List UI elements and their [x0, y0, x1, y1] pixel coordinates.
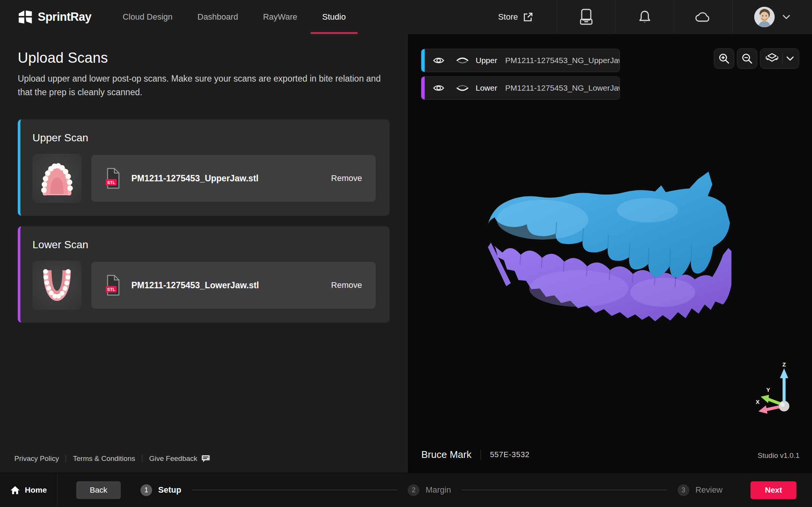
- chevron-down-icon: [782, 14, 790, 20]
- store-link[interactable]: Store: [498, 0, 557, 34]
- stepper-connector: [462, 490, 667, 490]
- lower-scan-card: Lower Scan: [18, 226, 390, 323]
- lower-jaw-illustration: [36, 264, 78, 306]
- avatar: [754, 7, 775, 27]
- zoom-in-button[interactable]: [714, 48, 734, 69]
- stepper-connector: [192, 490, 397, 490]
- app-version: Studio v1.0.1: [758, 451, 800, 460]
- printer-button[interactable]: [557, 0, 615, 34]
- upper-scan-card: Upper Scan: [18, 119, 390, 216]
- upper-layer-filename: PM1211-1275453_NG_UpperJaw....: [505, 56, 620, 65]
- step-margin-number: 2: [408, 484, 419, 496]
- case-id: 557E-3532: [490, 450, 530, 459]
- sprintray-mark-icon: [18, 9, 33, 25]
- external-link-icon: [523, 12, 533, 22]
- upper-file-name: PM1211-1275453_UpperJaw.stl: [131, 173, 321, 184]
- step-review-number: 3: [678, 484, 689, 496]
- jaw-scan-3d-model[interactable]: [464, 166, 755, 338]
- upper-layer-label: Upper: [476, 56, 497, 65]
- lower-layer-label: Lower: [476, 83, 497, 93]
- scan-3d-viewer[interactable]: Upper PM1211-1275453_NG_UpperJaw....: [408, 34, 812, 473]
- page-description: Upload upper and lower post-op scans. Ma…: [18, 72, 382, 99]
- footer-divider: [142, 455, 142, 462]
- patient-name: Bruce Mark: [421, 449, 471, 461]
- axis-y-label: Y: [766, 386, 770, 393]
- axis-z-label: Z: [782, 362, 786, 368]
- stl-file-icon: STL: [104, 274, 121, 296]
- lower-scan-title: Lower Scan: [32, 239, 376, 251]
- back-button[interactable]: Back: [76, 481, 121, 499]
- scan-cards: Upper Scan: [18, 119, 390, 323]
- upload-scans-panel: Upload Scans Upload upper and lower post…: [0, 34, 408, 473]
- home-button[interactable]: Home: [0, 473, 57, 507]
- eye-icon: [433, 56, 444, 65]
- notifications-button[interactable]: [615, 0, 674, 34]
- step-setup[interactable]: 1 Setup: [140, 484, 181, 496]
- upper-accent-bar: [421, 49, 425, 72]
- privacy-policy-link[interactable]: Privacy Policy: [14, 454, 59, 463]
- profile-menu[interactable]: [732, 0, 812, 34]
- lower-remove-button[interactable]: Remove: [331, 280, 362, 290]
- upper-arch-icon: [456, 57, 469, 64]
- layer-chip-lower[interactable]: Lower PM1211-1275453_NG_LowerJaw....: [421, 76, 620, 100]
- bell-icon: [638, 9, 652, 25]
- printer-icon: [579, 8, 593, 26]
- nav-item-studio[interactable]: Studio: [310, 0, 358, 34]
- upper-visibility-toggle[interactable]: [433, 56, 444, 65]
- terms-conditions-link[interactable]: Terms & Conditions: [73, 454, 135, 463]
- lower-layer-filename: PM1211-1275453_NG_LowerJaw....: [505, 83, 620, 93]
- axis-gizmo: Z Y X: [754, 362, 798, 414]
- nav-item-cloud-design[interactable]: Cloud Design: [110, 0, 185, 34]
- lower-arch-icon: [456, 84, 469, 92]
- terms-conditions-label: Terms & Conditions: [73, 454, 135, 463]
- feedback-chat-icon: [202, 455, 210, 463]
- privacy-policy-label: Privacy Policy: [14, 454, 59, 463]
- zoom-out-icon: [741, 53, 753, 64]
- home-label: Home: [25, 485, 47, 495]
- upper-remove-button[interactable]: Remove: [331, 173, 362, 183]
- step-setup-number: 1: [140, 484, 152, 496]
- axis-x-label: X: [756, 399, 760, 405]
- give-feedback-link[interactable]: Give Feedback: [149, 454, 210, 463]
- stl-file-icon: STL: [104, 167, 121, 189]
- eye-icon: [433, 84, 444, 92]
- layers-icon: [766, 53, 778, 64]
- next-button[interactable]: Next: [750, 481, 797, 499]
- step-setup-label: Setup: [158, 485, 181, 495]
- zoom-in-icon: [718, 53, 730, 64]
- upper-jaw-thumbnail: [32, 154, 82, 203]
- wizard-bottom-bar: Home Back 1 Setup 2 Margin 3 Review Next: [0, 473, 812, 507]
- wizard-stepper: 1 Setup 2 Margin 3 Review: [140, 484, 723, 496]
- upper-file-chip: STL PM1211-1275453_UpperJaw.stl Remove: [91, 155, 376, 202]
- cloud-icon: [695, 11, 712, 23]
- cloud-sync-button[interactable]: [674, 0, 732, 34]
- step-review[interactable]: 3 Review: [678, 484, 723, 496]
- lower-accent-bar: [421, 77, 425, 99]
- step-margin[interactable]: 2 Margin: [408, 484, 451, 496]
- upper-jaw-illustration: [36, 158, 78, 199]
- zoom-out-button[interactable]: [737, 48, 757, 69]
- home-icon: [10, 485, 20, 495]
- svg-text:STL: STL: [107, 287, 115, 292]
- svg-text:STL: STL: [107, 180, 115, 185]
- lower-visibility-toggle[interactable]: [433, 84, 444, 92]
- chevron-down-icon: [786, 56, 794, 61]
- header-spacer: [358, 0, 498, 34]
- upper-scan-title: Upper Scan: [32, 132, 376, 144]
- lower-file-chip: STL PM1211-1275453_LowerJaw.stl Remove: [91, 262, 376, 309]
- page-title: Upload Scans: [18, 50, 390, 66]
- view-layers-menu-button[interactable]: [760, 48, 799, 69]
- nav-item-rayware[interactable]: RayWare: [251, 0, 310, 34]
- brand-logo[interactable]: SprintRay: [0, 0, 91, 34]
- main-nav: Cloud Design Dashboard RayWare Studio: [110, 0, 358, 34]
- brand-name: SprintRay: [38, 10, 91, 24]
- layer-chip-upper[interactable]: Upper PM1211-1275453_NG_UpperJaw....: [421, 49, 620, 72]
- lower-jaw-thumbnail: [32, 261, 82, 310]
- legal-footer: Privacy Policy Terms & Conditions Give F…: [14, 454, 210, 463]
- sprintray-studio-app: SprintRay Cloud Design Dashboard RayWare…: [0, 0, 812, 507]
- footer-divider: [66, 455, 66, 462]
- top-navbar: SprintRay Cloud Design Dashboard RayWare…: [0, 0, 812, 34]
- nav-item-dashboard[interactable]: Dashboard: [185, 0, 251, 34]
- step-margin-label: Margin: [425, 485, 451, 495]
- step-review-label: Review: [695, 485, 723, 495]
